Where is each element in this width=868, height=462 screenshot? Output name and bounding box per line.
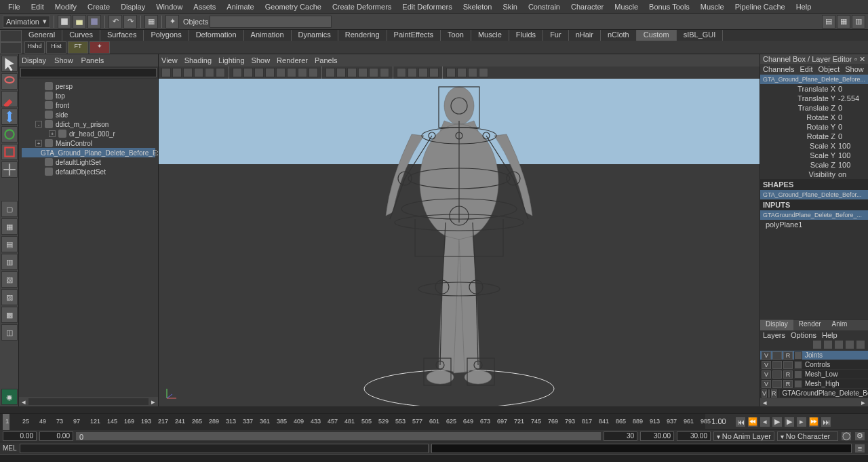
menu-create[interactable]: Create <box>82 1 115 12</box>
lasso-tool[interactable] <box>1 73 18 90</box>
attr-value[interactable]: 100 <box>838 151 865 159</box>
shelf-tab-polygons[interactable]: Polygons <box>144 30 189 41</box>
vp-menu-renderer[interactable]: Renderer <box>277 56 308 64</box>
layer-icn-5[interactable] <box>856 340 865 349</box>
rp-close-icon[interactable]: ✕ <box>859 55 865 63</box>
layer-ref[interactable]: R <box>783 370 793 379</box>
vp-tb-3[interactable] <box>183 68 193 77</box>
anim-end2[interactable] <box>677 431 711 441</box>
outliner-scrollbar[interactable]: ◂▸ <box>19 397 158 406</box>
ch-menu-show[interactable]: Show <box>845 65 864 73</box>
step-forward[interactable]: ▸ <box>796 417 807 427</box>
layer-vis[interactable]: V <box>762 361 771 369</box>
attr-row-5[interactable]: Rotate Z0 <box>760 132 868 141</box>
layer-p[interactable] <box>772 351 782 360</box>
layout-icon-1[interactable]: ▤ <box>822 15 835 28</box>
vp-menu-shading[interactable]: Shading <box>184 56 212 64</box>
vp-tb-7[interactable] <box>233 68 242 77</box>
layer-icn-2[interactable] <box>823 340 833 349</box>
vp-tb-25[interactable] <box>446 68 456 77</box>
input-item-0[interactable]: GTAGroundPlane_Delete_Before_... <box>760 210 868 220</box>
attr-row-4[interactable]: Rotate Y0 <box>760 122 868 132</box>
layer-p[interactable] <box>768 389 770 398</box>
expander-icon[interactable]: + <box>35 140 42 147</box>
attr-value[interactable]: 0 <box>838 132 865 140</box>
layout-6[interactable]: ▨ <box>1 289 18 305</box>
vp-tb-8[interactable] <box>243 68 253 77</box>
vp-tb-24[interactable] <box>429 68 439 77</box>
redo-icon[interactable]: ↷ <box>123 15 137 28</box>
anim-layer-dropdown[interactable]: ▾ No Anim Layer <box>713 431 774 441</box>
shelf-tab-muscle[interactable]: Muscle <box>471 30 509 41</box>
shelf-tab-animation[interactable]: Animation <box>244 30 292 41</box>
layer-color[interactable] <box>794 370 802 379</box>
menu-constrain[interactable]: Constrain <box>523 1 566 12</box>
layer-ref[interactable] <box>783 361 793 369</box>
outliner-item-5[interactable]: +dr_head_000_r <box>22 129 155 138</box>
vp-tb-19[interactable] <box>369 68 378 77</box>
channel-object-name[interactable]: GTA_Ground_Plane_Delete_Before... <box>760 75 868 84</box>
layout-icon-3[interactable]: ▥ <box>852 15 865 28</box>
menu-window[interactable]: Window <box>151 1 188 12</box>
undo-icon[interactable]: ↶ <box>108 15 122 28</box>
shelf-tab-fluids[interactable]: Fluids <box>509 30 543 41</box>
layer-tab-anim[interactable]: Anim <box>827 320 853 330</box>
attr-value[interactable]: on <box>838 170 865 178</box>
layer-row-3[interactable]: VRMesh_High <box>760 379 868 389</box>
layer-menu-options[interactable]: Options <box>791 331 816 339</box>
layer-p[interactable] <box>772 370 782 379</box>
vp-tb-9[interactable] <box>254 68 264 77</box>
autokey-icon[interactable]: ◯ <box>841 431 852 441</box>
layer-scroll-right[interactable]: ▸ <box>859 398 868 406</box>
layer-vis[interactable]: V <box>762 389 767 398</box>
layer-ref[interactable]: R <box>771 389 777 398</box>
menu-edit[interactable]: Edit <box>26 1 50 12</box>
menu-file[interactable]: File <box>3 1 26 12</box>
shelf-toggle-top[interactable] <box>0 30 22 42</box>
vp-menu-panels[interactable]: Panels <box>315 56 338 64</box>
time-slider[interactable]: 1254973971211451691932172412652893133373… <box>0 414 705 430</box>
menu-modify[interactable]: Modify <box>50 1 82 12</box>
layout-1[interactable]: ▢ <box>1 201 18 217</box>
layer-row-4[interactable]: VRGTAGroundPlane_Delete_Befo <box>760 389 868 398</box>
shelf-btn-axis[interactable]: ✦ <box>90 41 110 54</box>
ch-menu-edit[interactable]: Edit <box>800 65 812 73</box>
shelf-tab-custom[interactable]: Custom <box>637 30 677 41</box>
attr-row-1[interactable]: Translate Y-2.554 <box>760 94 868 103</box>
attr-row-0[interactable]: Translate X0 <box>760 84 868 94</box>
menu-skeleton[interactable]: Skeleton <box>458 1 498 12</box>
layer-scroll-left[interactable]: ◂ <box>760 398 770 406</box>
range-slider[interactable]: 0 <box>76 432 601 440</box>
vp-tb-22[interactable] <box>408 68 417 77</box>
shelf-btn-ft[interactable]: FT <box>68 41 88 54</box>
select-by-name-icon[interactable]: ▦ <box>144 15 158 28</box>
layer-color[interactable] <box>794 351 802 360</box>
layer-vis[interactable]: V <box>762 370 771 379</box>
vp-tb-27[interactable] <box>468 68 477 77</box>
save-scene-icon[interactable] <box>87 15 101 28</box>
layer-icn-4[interactable] <box>845 340 854 349</box>
layer-tab-render[interactable]: Render <box>793 320 827 330</box>
shelf-tab-rendering[interactable]: Rendering <box>338 30 387 41</box>
vp-tb-6[interactable] <box>216 68 225 77</box>
prefs-icon[interactable]: ⚙ <box>854 431 865 441</box>
go-to-end[interactable]: ⏭ <box>821 417 831 427</box>
shelf-btn-hist[interactable]: Hist <box>46 41 66 54</box>
shelf-tab-curves[interactable]: Curves <box>62 30 100 41</box>
vp-tb-16[interactable] <box>336 68 346 77</box>
open-scene-icon[interactable] <box>73 15 86 28</box>
menu-animate[interactable]: Animate <box>221 1 259 12</box>
outliner-item-7[interactable]: GTA_Ground_Plane_Delete_Before_Export <box>22 148 155 157</box>
attr-value[interactable]: 0 <box>838 85 865 93</box>
paint-select-tool[interactable] <box>1 91 18 107</box>
layer-menu-layers[interactable]: Layers <box>763 331 785 339</box>
outliner-item-0[interactable]: persp <box>22 81 155 91</box>
script-editor-icon[interactable]: ≡ <box>854 444 865 453</box>
vp-menu-show[interactable]: Show <box>252 56 271 64</box>
attr-value[interactable]: 0 <box>838 113 865 121</box>
attr-row-3[interactable]: Rotate X0 <box>760 113 868 122</box>
module-dropdown[interactable]: Animation▾ <box>3 16 50 28</box>
layout-7[interactable]: ▩ <box>1 307 18 323</box>
attr-value[interactable]: 0 <box>838 104 865 112</box>
outliner-item-3[interactable]: side <box>22 110 155 119</box>
